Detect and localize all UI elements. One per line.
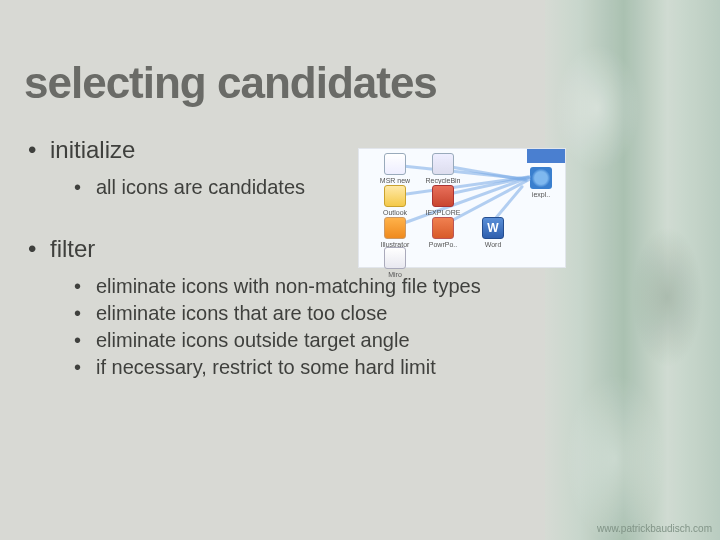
icon-label: MSR new [373, 177, 417, 184]
recycle-bin-icon [432, 153, 454, 175]
powerpoint-icon [432, 217, 454, 239]
ie-icon [530, 167, 552, 189]
icon-label: Outlook [373, 209, 417, 216]
iexplore-icon [432, 185, 454, 207]
document-icon [384, 153, 406, 175]
bullet-dot: • [74, 300, 96, 327]
word-icon [482, 217, 504, 239]
sub-bullet-text: eliminate icons that are too close [96, 300, 387, 327]
icon-label: IEXPLORE [421, 209, 465, 216]
bullet-dot: • [74, 273, 96, 300]
icon-label: iexpl.. [519, 191, 563, 198]
bullet-label: initialize [50, 136, 135, 164]
target-highlight [527, 149, 565, 163]
sub-bullet: • eliminate icons that are too close [74, 300, 720, 327]
footer-url: www.patrickbaudisch.com [597, 523, 712, 534]
sub-bullet-text: eliminate icons with non-matching file t… [96, 273, 481, 300]
illustrator-icon [384, 217, 406, 239]
bullet-dot: • [74, 327, 96, 354]
icon-label: Word [471, 241, 515, 248]
icon-label: PowrPo.. [421, 241, 465, 248]
bullet-dot: • [28, 235, 50, 263]
icon-label: RecycleBin [421, 177, 465, 184]
sub-bullet-text: if necessary, restrict to some hard limi… [96, 354, 436, 381]
sub-bullet-text: all icons are candidates [96, 174, 305, 201]
outlook-icon [384, 185, 406, 207]
sub-bullet: • eliminate icons outside target angle [74, 327, 720, 354]
app-icon [384, 247, 406, 269]
sub-bullet-text: eliminate icons outside target angle [96, 327, 410, 354]
sub-bullet: • if necessary, restrict to some hard li… [74, 354, 720, 381]
bullet-dot: • [74, 174, 96, 201]
bullet-label: filter [50, 235, 95, 263]
bullet-dot: • [74, 354, 96, 381]
slide-title: selecting candidates [0, 0, 720, 108]
icon-label: Miro [373, 271, 417, 278]
desktop-icons-diagram: iexpl.. MSR new RecycleBin Outlook IEXPL… [358, 148, 566, 268]
bullet-dot: • [28, 136, 50, 164]
